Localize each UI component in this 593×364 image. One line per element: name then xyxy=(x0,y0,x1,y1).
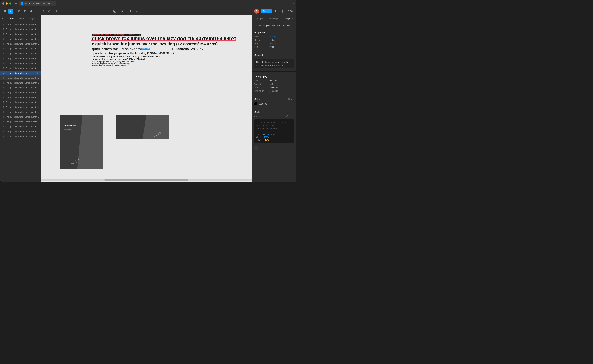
layer-name: The quick brown fox jumps over th... xyxy=(6,125,39,128)
maximize-button[interactable] xyxy=(9,2,11,5)
layer-item[interactable]: TThe quick brown fox jumps over th... xyxy=(0,75,41,80)
layer-item[interactable]: TThe quick brown fox jumps over th... xyxy=(0,61,41,66)
panel-tabs: Layers Assets Page 1 xyxy=(0,15,41,22)
close-button[interactable] xyxy=(2,2,5,5)
text-layer-icon: T xyxy=(2,43,5,45)
headphone-icon[interactable] xyxy=(247,9,253,14)
layer-name: The quick brown fox jumps over th... xyxy=(6,23,39,26)
layer-item[interactable]: TThe quick brown fox jumps over th... xyxy=(0,134,41,139)
layer-item[interactable]: TThe quick brown fox jumps over th... xyxy=(0,110,41,114)
minimize-button[interactable] xyxy=(6,2,8,5)
prop-label-top: Top xyxy=(254,42,269,45)
resize-icon[interactable] xyxy=(112,9,117,14)
plugin-icon[interactable] xyxy=(120,9,125,14)
text-line-3b: ... (10.699rem/128.39px) xyxy=(167,47,205,51)
toolbar-center-tools xyxy=(112,9,140,14)
page-selector[interactable]: Page 1 xyxy=(29,17,39,20)
text-tool[interactable]: T xyxy=(35,9,40,14)
text-layer-icon: T xyxy=(2,82,5,84)
svg-rect-12 xyxy=(54,10,56,12)
new-tab-button[interactable]: + xyxy=(57,2,61,6)
comment-tool[interactable] xyxy=(53,9,58,14)
pen-tool[interactable] xyxy=(29,9,34,14)
home-icon[interactable] xyxy=(13,1,19,6)
layer-name: The quick brown fox jumps over th... xyxy=(6,101,39,103)
tab-prototype[interactable]: Prototype xyxy=(267,15,282,22)
text-layer-icon: T xyxy=(2,111,5,113)
traffic-lights xyxy=(2,2,11,5)
colors-format-selector[interactable]: Hex xyxy=(288,98,294,100)
tab-personal-website[interactable]: F Personal Website Redesign 2 × xyxy=(19,1,56,6)
layer-item[interactable]: TThe quick brown fox jumps over th... xyxy=(0,37,41,41)
layer-item[interactable]: TThe quick brown fox jumps over th... xyxy=(0,100,41,105)
search-icon[interactable] xyxy=(2,17,5,20)
left-panel: Layers Assets Page 1 TThe quick brown fo… xyxy=(0,15,41,182)
svg-point-18 xyxy=(3,18,4,19)
play-icon[interactable] xyxy=(273,9,279,14)
layer-item[interactable]: TThe quick brown fox jumps over th... xyxy=(0,124,41,129)
tab-design[interactable]: Design xyxy=(252,15,267,22)
layer-item[interactable]: TThe quick brown fox jumps over th... xyxy=(0,119,41,124)
component-tool[interactable] xyxy=(41,9,46,14)
layer-item[interactable]: TThe quick brown fox jumps over th... xyxy=(0,32,41,37)
code-copy-icon[interactable] xyxy=(285,115,289,118)
text-preview-type-icon: T xyxy=(254,24,256,27)
layer-item[interactable]: ◆The quick brown fox jum... xyxy=(0,71,41,75)
help-icon[interactable]: ? xyxy=(254,146,258,150)
scrollbar-thumb-h[interactable] xyxy=(104,179,188,181)
layer-item[interactable]: TThe quick brown fox jumps over th... xyxy=(0,80,41,85)
code-actions xyxy=(285,115,294,118)
prop-value-top: -2057px xyxy=(269,42,277,45)
text-layer-icon: T xyxy=(2,91,5,94)
layer-name: The quick brown fox jumps over th... xyxy=(6,62,39,65)
tab-inspect[interactable]: Inspect xyxy=(281,15,296,22)
code-comment: /* The quick brown fox jumps over the la… xyxy=(256,121,292,130)
layer-item[interactable]: TThe quick brown fox jumps over th... xyxy=(0,95,41,100)
rectangle-tool[interactable] xyxy=(23,9,28,14)
code-list-icon[interactable] xyxy=(290,115,294,118)
layer-item[interactable]: TThe quick brown fox jumps over th... xyxy=(0,27,41,32)
link-icon[interactable] xyxy=(134,9,140,14)
svg-rect-1 xyxy=(5,10,6,11)
text-preview-content: Text The quick brown fox jumps ove... xyxy=(257,25,294,27)
layer-name: The quick brown fox jumps over th... xyxy=(6,111,39,113)
user-avatar[interactable]: R xyxy=(254,9,259,14)
prop-row-line-height: Line height 149.14px xyxy=(252,89,296,92)
frame-tool[interactable] xyxy=(17,9,22,14)
text-line-9: brown fox jumps over the lazy dog (2.986… xyxy=(92,65,126,66)
text-layer-icon: T xyxy=(2,53,5,55)
svg-text:T: T xyxy=(36,10,38,13)
hand-tool[interactable] xyxy=(47,9,52,14)
layer-item[interactable]: TThe quick brown fox jumps over th... xyxy=(0,22,41,27)
canvas-scrollbar-h[interactable] xyxy=(41,179,252,181)
select-tool[interactable] xyxy=(8,9,13,14)
layer-name: The quick brown fox jumps over th... xyxy=(6,77,39,79)
prop-row-height: Height 149px xyxy=(252,38,296,42)
zoom-level[interactable]: 17% xyxy=(287,9,294,13)
window-menu-icon[interactable]: ··· xyxy=(291,2,294,5)
grid-icon[interactable] xyxy=(2,9,7,14)
layer-list: TThe quick brown fox jumps over th...TTh… xyxy=(0,22,41,182)
layer-item[interactable]: TThe quick brown fox jumps over th... xyxy=(0,85,41,90)
layer-item[interactable]: TThe quick brown fox jumps over th... xyxy=(0,56,41,61)
contrast-icon[interactable] xyxy=(127,9,132,14)
tab-close-icon[interactable]: × xyxy=(53,2,54,5)
tab-layers[interactable]: Layers xyxy=(7,17,16,20)
layer-item[interactable]: TThe quick brown fox jumps over th... xyxy=(0,51,41,56)
layer-item[interactable]: TThe quick brown fox jumps over th... xyxy=(0,66,41,71)
layer-item[interactable]: TThe quick brown fox jumps over th... xyxy=(0,105,41,110)
visibility-icon[interactable] xyxy=(36,72,39,74)
layer-item[interactable]: TThe quick brown fox jumps over th... xyxy=(0,90,41,95)
tab-assets[interactable]: Assets xyxy=(16,17,26,20)
code-language-selector[interactable]: CSS xyxy=(254,115,261,117)
canvas-area[interactable]: quick brown fox jumps over the lazy dog … xyxy=(41,15,252,182)
accessibility-icon[interactable] xyxy=(280,9,285,14)
layer-item[interactable]: TThe quick brown fox jumps over th... xyxy=(0,46,41,51)
layer-item[interactable]: TThe quick brown fox jumps over th... xyxy=(0,41,41,46)
share-button[interactable]: Share xyxy=(260,9,272,13)
layer-item[interactable]: TThe quick brown fox jumps over th... xyxy=(0,129,41,134)
text-layer-icon: T xyxy=(2,23,5,26)
prop-row-font: Font Newake xyxy=(252,79,296,82)
layer-name: The quick brown fox jumps over th... xyxy=(6,28,39,30)
layer-item[interactable]: TThe quick brown fox jumps over th... xyxy=(0,114,41,119)
